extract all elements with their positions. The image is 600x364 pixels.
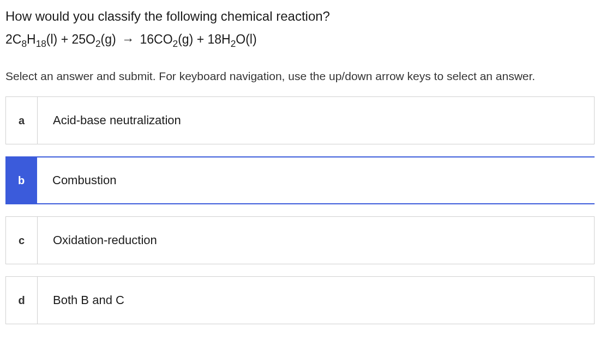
chemical-equation: 2C8H18(l) + 25O2(g) → 16CO2(g) + 18H2O(l… <box>5 31 595 48</box>
answer-option-d[interactable]: d Both B and C <box>5 276 595 324</box>
eq-part: O <box>236 32 245 46</box>
eq-part: 16CO <box>140 32 172 46</box>
question-text: How would you classify the following che… <box>5 7 595 26</box>
answer-letter: b <box>5 157 37 203</box>
eq-part: 25O <box>71 32 95 46</box>
answer-option-a[interactable]: a Acid-base neutralization <box>5 96 595 144</box>
eq-plus: + <box>57 32 71 46</box>
answer-text: Combustion <box>37 157 595 203</box>
answer-letter: c <box>6 217 38 264</box>
answer-option-c[interactable]: c Oxidation-reduction <box>5 216 595 264</box>
arrow-icon: → <box>122 31 134 48</box>
answer-text: Both B and C <box>38 277 594 324</box>
answer-option-b[interactable]: b Combustion <box>5 156 595 204</box>
eq-part: 2C <box>5 32 21 46</box>
answer-options-list: a Acid-base neutralization b Combustion … <box>5 96 595 324</box>
eq-sub: 2 <box>231 38 236 49</box>
answer-text: Oxidation-reduction <box>38 217 594 264</box>
answer-text: Acid-base neutralization <box>38 97 594 144</box>
eq-sub: 2 <box>95 38 101 49</box>
answer-letter: d <box>6 277 38 324</box>
eq-state: (l) <box>245 32 256 46</box>
eq-sub: 8 <box>21 38 27 49</box>
eq-state: (l) <box>46 32 57 46</box>
eq-plus: + <box>193 32 207 46</box>
eq-sub: 2 <box>173 38 178 49</box>
instructions-text: Select an answer and submit. For keyboar… <box>5 70 595 83</box>
eq-sub: 18 <box>36 38 46 49</box>
eq-state: (g) <box>101 32 116 46</box>
eq-part: 18H <box>207 32 230 46</box>
eq-state: (g) <box>178 32 193 46</box>
answer-letter: a <box>6 97 38 144</box>
eq-part: H <box>27 32 36 46</box>
